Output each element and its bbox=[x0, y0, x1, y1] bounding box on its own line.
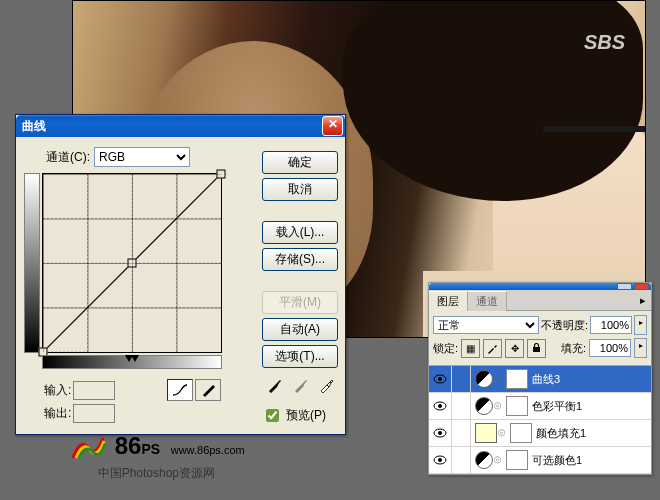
mask-link-icon: ⦾ bbox=[493, 401, 502, 412]
output-value[interactable] bbox=[73, 404, 115, 423]
layer-name: 颜色填充1 bbox=[536, 426, 586, 441]
palette-menu-icon[interactable]: ▸ bbox=[635, 294, 651, 307]
fill-flyout-icon[interactable]: ▸ bbox=[634, 338, 647, 358]
palette-close-icon[interactable] bbox=[634, 283, 649, 290]
close-button[interactable]: ✕ bbox=[322, 116, 343, 136]
eyedropper-white-icon[interactable] bbox=[316, 376, 336, 396]
layer-thumb-icon bbox=[475, 397, 493, 415]
output-label: 输出: bbox=[44, 405, 71, 422]
input-gradient[interactable] bbox=[42, 355, 222, 369]
curves-dialog: 曲线 ✕ 通道(C): RGB bbox=[15, 114, 346, 435]
svg-rect-8 bbox=[533, 347, 540, 352]
svg-point-16 bbox=[438, 458, 442, 462]
opacity-label: 不透明度: bbox=[541, 318, 588, 333]
palette-titlebar[interactable] bbox=[429, 283, 651, 290]
blend-mode-select[interactable]: 正常 bbox=[433, 316, 539, 334]
preview-checkbox[interactable] bbox=[266, 409, 279, 422]
load-button[interactable]: 载入(L)... bbox=[262, 221, 338, 244]
curve-tool-point[interactable] bbox=[167, 379, 193, 401]
save-button[interactable]: 存储(S)... bbox=[262, 248, 338, 271]
dialog-titlebar[interactable]: 曲线 ✕ bbox=[16, 115, 345, 137]
tab-channels[interactable]: 通道 bbox=[468, 291, 507, 311]
link-column[interactable] bbox=[452, 447, 471, 473]
gradient-midpoint-handle[interactable] bbox=[126, 355, 138, 362]
layer-name: 可选颜色1 bbox=[532, 453, 582, 468]
layer-thumb-icon bbox=[475, 451, 493, 469]
lock-pixels-icon[interactable] bbox=[483, 339, 502, 358]
auto-button[interactable]: 自动(A) bbox=[262, 318, 338, 341]
visibility-toggle-icon[interactable] bbox=[429, 393, 452, 419]
mask-thumb-icon bbox=[506, 396, 528, 416]
visibility-toggle-icon[interactable] bbox=[429, 420, 452, 446]
layer-name: 曲线3 bbox=[532, 372, 560, 387]
layers-palette: 图层 通道 ▸ 正常 不透明度: 100% ▸ 锁定: ▦ ✥ 填充: 100%… bbox=[428, 282, 652, 475]
link-column[interactable] bbox=[452, 393, 471, 419]
layer-row[interactable]: ⦾曲线3 bbox=[429, 366, 651, 393]
eyedropper-black-icon[interactable] bbox=[264, 376, 284, 396]
dialog-title: 曲线 bbox=[22, 118, 46, 135]
eyedropper-gray-icon[interactable] bbox=[290, 376, 310, 396]
opacity-value[interactable]: 100% bbox=[590, 316, 632, 334]
mask-link-icon: ⦾ bbox=[493, 374, 502, 385]
curves-grid[interactable] bbox=[42, 173, 222, 353]
ok-button[interactable]: 确定 bbox=[262, 151, 338, 174]
link-column[interactable] bbox=[452, 420, 471, 446]
svg-line-7 bbox=[43, 174, 221, 352]
output-gradient bbox=[24, 173, 40, 353]
layer-row[interactable]: ⦾可选颜色1 bbox=[429, 447, 651, 474]
curve-point-highlight[interactable] bbox=[217, 170, 226, 179]
channel-select[interactable]: RGB bbox=[94, 147, 190, 167]
preview-label: 预览(P) bbox=[286, 407, 326, 424]
smooth-button: 平滑(M) bbox=[262, 291, 338, 314]
layer-name: 色彩平衡1 bbox=[532, 399, 582, 414]
opacity-flyout-icon[interactable]: ▸ bbox=[634, 315, 647, 335]
lock-all-icon[interactable] bbox=[527, 339, 546, 358]
fill-label: 填充: bbox=[561, 341, 586, 356]
layers-list: ⦾曲线3⦾色彩平衡1⦾颜色填充1⦾可选颜色1 bbox=[429, 366, 651, 474]
mask-link-icon: ⦾ bbox=[497, 428, 506, 439]
mask-link-icon: ⦾ bbox=[493, 455, 502, 466]
input-value[interactable] bbox=[73, 381, 115, 400]
mask-thumb-icon bbox=[510, 423, 532, 443]
link-column[interactable] bbox=[452, 366, 471, 392]
tab-layers[interactable]: 图层 bbox=[429, 291, 468, 311]
input-label: 输入: bbox=[44, 382, 71, 399]
svg-point-10 bbox=[438, 377, 442, 381]
broadcast-logo: SBS bbox=[584, 31, 625, 54]
layer-thumb-icon bbox=[475, 370, 493, 388]
curve-tool-pencil[interactable] bbox=[195, 379, 221, 401]
options-button[interactable]: 选项(T)... bbox=[262, 345, 338, 368]
layer-row[interactable]: ⦾色彩平衡1 bbox=[429, 393, 651, 420]
visibility-toggle-icon[interactable] bbox=[429, 447, 452, 473]
lock-transparency-icon[interactable]: ▦ bbox=[461, 339, 480, 358]
layer-thumb-icon bbox=[475, 423, 497, 443]
site-watermark: 86PS www.86ps.com 中国Photoshop资源网 bbox=[68, 432, 245, 482]
layer-row[interactable]: ⦾颜色填充1 bbox=[429, 420, 651, 447]
svg-point-12 bbox=[438, 404, 442, 408]
preview-checkbox-row[interactable]: 预览(P) bbox=[262, 406, 338, 425]
palette-minimize-icon[interactable] bbox=[617, 283, 632, 290]
lock-position-icon[interactable]: ✥ bbox=[505, 339, 524, 358]
cancel-button[interactable]: 取消 bbox=[262, 178, 338, 201]
mask-thumb-icon bbox=[506, 450, 528, 470]
visibility-toggle-icon[interactable] bbox=[429, 366, 452, 392]
curve-point-mid[interactable] bbox=[128, 259, 137, 268]
mask-thumb-icon bbox=[506, 369, 528, 389]
fill-value[interactable]: 100% bbox=[589, 339, 631, 357]
lock-label: 锁定: bbox=[433, 341, 458, 356]
channel-label: 通道(C): bbox=[46, 149, 90, 166]
svg-point-14 bbox=[438, 431, 442, 435]
